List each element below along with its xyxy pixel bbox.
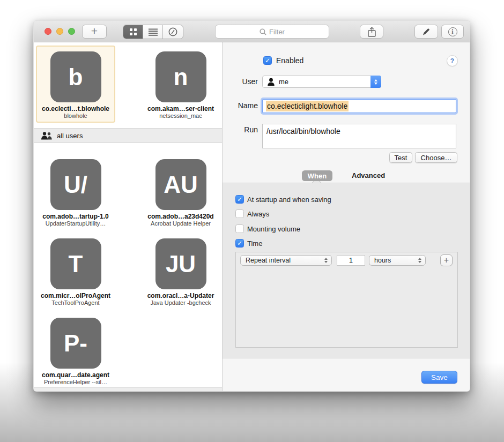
run-label: Run [223, 125, 258, 134]
question-mark-icon: ? [450, 57, 454, 65]
search-icon [260, 28, 266, 35]
popup-stepper-icon [370, 76, 381, 88]
job-tile-icon: AU [155, 159, 206, 210]
close-button[interactable] [45, 28, 51, 35]
all-users-section-header: all users [34, 128, 222, 143]
tab-when[interactable]: When [302, 170, 332, 181]
user-popup-value: me [279, 78, 288, 86]
at-startup-label: At startup and when saving [247, 196, 331, 204]
popup-stepper-icon [324, 258, 328, 263]
schedule-view-segment[interactable] [163, 25, 183, 39]
always-label: Always [247, 210, 269, 218]
time-schedule-box [235, 252, 458, 348]
choose-button[interactable]: Choose… [415, 152, 457, 163]
save-button[interactable]: Save [421, 371, 457, 384]
job-tile-icon: U/ [50, 159, 101, 210]
job-id: com.akam…ser-client [142, 105, 219, 113]
sidebar-bottom-strip [34, 387, 222, 392]
share-button[interactable] [360, 25, 383, 39]
job-name: netsession_mac [142, 113, 219, 119]
add-schedule-button[interactable]: + [440, 254, 453, 266]
job-name: PreferenceHelper --sil… [37, 379, 114, 386]
filter-input[interactable]: Filter [215, 25, 329, 39]
minimize-button[interactable] [56, 28, 63, 35]
job-item-techtoolpro[interactable]: T com.micr…olProAgent TechToolProAgent [36, 233, 115, 310]
job-tile-icon: JU [155, 238, 206, 289]
job-tile-icon: b [50, 51, 101, 102]
user-popup-menu[interactable]: me [262, 76, 381, 88]
job-item-blowhole[interactable]: b co.eclecti…t.blowhole blowhole [36, 46, 115, 123]
add-job-button[interactable]: + [82, 25, 107, 39]
user-label: User [223, 77, 258, 86]
all-users-jobs-grid: U/ com.adob…tartup-1.0 UpdaterStartupUti… [34, 153, 222, 391]
job-name: Java Updater -bgcheck [142, 299, 219, 306]
job-name: blowhole [37, 113, 114, 119]
interval-value-input[interactable]: 1 [337, 255, 365, 266]
info-icon: i [448, 27, 457, 36]
time-checkbox[interactable]: ✓ [235, 239, 244, 248]
toolbar: + [34, 21, 470, 42]
popup-stepper-icon [418, 258, 421, 263]
pencil-icon [422, 27, 431, 36]
enabled-label: Enabled [276, 56, 303, 65]
test-button[interactable]: Test [389, 152, 412, 163]
job-item-acrobat-update[interactable]: AU com.adob…a23d420d Acrobat Update Help… [141, 153, 220, 230]
mounting-volume-checkbox[interactable] [235, 224, 244, 233]
plus-icon: + [91, 25, 98, 38]
tab-advanced[interactable]: Advanced [352, 171, 385, 179]
job-id: com.adob…tartup-1.0 [37, 213, 114, 220]
job-id: com.adob…a23d420d [142, 213, 219, 220]
list-view-segment[interactable] [143, 25, 163, 39]
share-icon [368, 27, 376, 37]
job-tile-icon: n [155, 51, 206, 102]
name-input-selected-text: co.eclecticlight.blowhole [266, 101, 349, 111]
job-item-netsession[interactable]: n com.akam…ser-client netsession_mac [141, 46, 220, 123]
name-label: Name [223, 101, 258, 110]
always-checkbox[interactable] [235, 209, 244, 218]
job-name: TechToolProAgent [37, 299, 114, 306]
app-window: + [33, 20, 470, 392]
job-name: UpdaterStartupUtility… [37, 220, 114, 227]
job-id: com.quar…date.agent [37, 371, 114, 379]
interval-unit-popup[interactable]: hours [369, 255, 426, 266]
job-name: Acrobat Update Helper [142, 220, 219, 227]
grid-icon [130, 28, 137, 35]
job-tile-icon: P- [50, 318, 101, 369]
list-icon [149, 28, 158, 36]
zoom-button[interactable] [68, 28, 75, 35]
check-icon: ✓ [265, 57, 270, 64]
job-tile-icon: T [50, 238, 101, 289]
run-input-value: /usr/local/bin/blowhole [266, 127, 340, 136]
job-id: com.micr…olProAgent [37, 292, 114, 299]
at-startup-checkbox[interactable]: ✓ [235, 195, 244, 204]
user-jobs-grid: b co.eclecti…t.blowhole blowhole n com.a… [34, 46, 222, 123]
enabled-checkbox[interactable]: ✓ [263, 56, 272, 65]
job-item-java-updater[interactable]: JU com.oracl…a-Updater Java Updater -bgc… [141, 233, 220, 310]
help-button[interactable]: ? [447, 55, 458, 66]
edit-button[interactable] [414, 25, 438, 39]
view-mode-segmented-control [123, 25, 183, 39]
plus-icon: + [444, 256, 449, 265]
time-label: Time [247, 239, 262, 248]
job-id: co.eclecti…t.blowhole [37, 105, 114, 113]
filter-placeholder: Filter [269, 28, 285, 36]
job-detail-panel: ✓ Enabled ? User me Name co.eclecticligh… [223, 42, 470, 392]
grid-view-segment[interactable] [123, 25, 143, 39]
section-header-label: all users [57, 132, 83, 140]
repeat-interval-popup[interactable]: Repeat interval [240, 255, 332, 266]
info-button[interactable]: i [441, 25, 464, 39]
mounting-volume-label: Mounting volume [247, 225, 300, 233]
check-icon: ✓ [237, 196, 242, 203]
run-input[interactable]: /usr/local/bin/blowhole [262, 124, 456, 148]
clock-icon [168, 27, 177, 36]
name-input[interactable]: co.eclecticlight.blowhole [262, 99, 456, 113]
job-item-updaterstartup[interactable]: U/ com.adob…tartup-1.0 UpdaterStartupUti… [36, 153, 115, 230]
users-icon [41, 132, 53, 140]
job-id: com.oracl…a-Updater [142, 292, 219, 299]
check-icon: ✓ [237, 239, 242, 247]
job-list-sidebar: b co.eclecti…t.blowhole blowhole n com.a… [34, 42, 223, 392]
person-icon [267, 78, 275, 86]
job-item-preferencehelper[interactable]: P- com.quar…date.agent PreferenceHelper … [36, 312, 115, 389]
